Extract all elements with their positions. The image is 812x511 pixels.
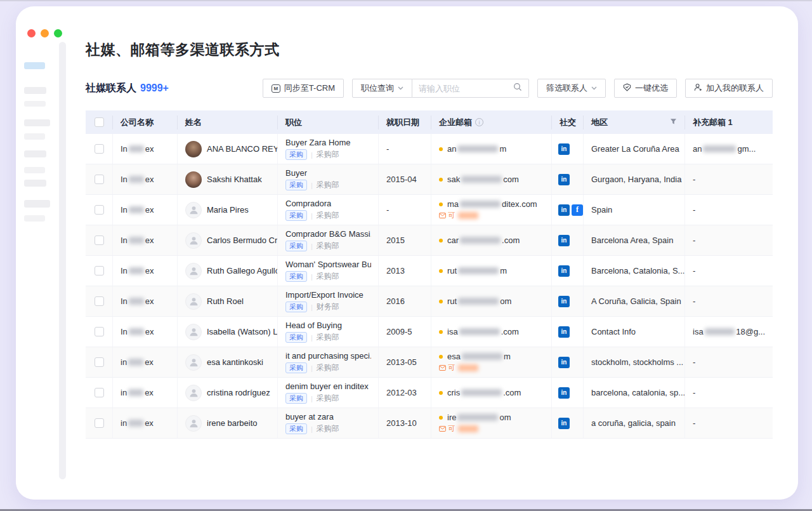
region: Barcelona, Catalonia, S... [584, 256, 685, 286]
search-icon[interactable] [513, 83, 522, 94]
row-checkbox[interactable] [95, 418, 104, 428]
one-key-optimize-button[interactable]: 一键优选 [614, 79, 677, 98]
funnel-icon[interactable] [670, 117, 677, 127]
page-title: 社媒、邮箱等多渠道联系方式 [86, 6, 779, 59]
linkedin-icon[interactable]: in [558, 265, 570, 277]
email-suffix: .com [501, 327, 519, 336]
meta-separator: | [311, 151, 313, 159]
linkedin-icon[interactable]: in [558, 204, 570, 216]
position-cell: Woman' Sportswear Bu... 采购 | 采购部 [278, 256, 379, 286]
extra-email: - [685, 347, 773, 377]
blurred-text [129, 267, 144, 274]
table-row: Inex Ruth Roel Import/Export Invoice 采购 … [86, 286, 773, 317]
position-title: buyer at zara [285, 412, 334, 421]
extra-email: - [685, 164, 773, 194]
start-date: 2009-5 [379, 317, 431, 347]
email-cell: sakcom [431, 164, 552, 194]
contact-name: cristina rodríguez [207, 388, 270, 397]
company-name-prefix: In [121, 144, 128, 154]
table-row: Inex Ruth Gallego Agulló Woman' Sportswe… [86, 256, 773, 286]
contact-name: Carlos Bermudo Cr... [207, 236, 278, 245]
linkedin-icon[interactable]: in [558, 326, 570, 338]
company-cell: Inex [113, 256, 178, 286]
position-cell: Import/Export Invoice 采购 | 财务部 [278, 286, 379, 316]
extra-email: isa18@g... [685, 317, 773, 347]
position-cell: Buyer 采购 | 采购部 [278, 164, 379, 194]
social-cell: in [552, 317, 584, 347]
social-cell: in [552, 286, 584, 316]
company-cell: Inex [113, 195, 178, 225]
company-cell: inex [113, 347, 178, 377]
position-query-dropdown[interactable]: 职位查询 [352, 79, 412, 98]
company-cell: inex [113, 378, 178, 408]
company-name-prefix: in [121, 418, 127, 428]
blurred-text [460, 201, 501, 208]
blurred-text [462, 353, 502, 360]
email-prefix: ire [447, 413, 456, 422]
contacts-table: 公司名称 姓名 职位 就职日期 企业邮箱 i 社交 地区 补充邮箱 1 [86, 110, 773, 439]
email-prefix: isa [447, 327, 458, 336]
screen-top-edge [0, 0, 812, 1]
social-cell: in [552, 225, 584, 255]
email-status-dot [439, 300, 443, 303]
linkedin-icon[interactable]: in [558, 296, 570, 307]
email-status-dot [439, 178, 443, 182]
email-prefix: sak [447, 175, 460, 184]
region: Gurgaon, Haryana, India [584, 164, 685, 194]
position-cell: Head of Buying 采购 | 采购部 [278, 317, 379, 347]
role-badge: 采购 [285, 149, 307, 160]
name-cell: Isabella (Watson) L... [178, 317, 278, 347]
contact-name: irene barbeito [207, 418, 258, 428]
linkedin-icon[interactable]: in [558, 143, 570, 155]
extra-email: - [685, 286, 773, 316]
meta-separator: | [311, 273, 313, 281]
sidebar [16, 6, 60, 500]
email-prefix: an [447, 144, 456, 154]
social-cell: in [552, 347, 584, 377]
row-checkbox[interactable] [95, 357, 104, 367]
row-checkbox[interactable] [95, 144, 104, 154]
avatar [185, 171, 202, 188]
avatar [185, 415, 202, 432]
row-checkbox[interactable] [95, 175, 104, 184]
position-title: Buyer Zara Home [285, 138, 351, 147]
position-query-label: 职位查询 [361, 83, 394, 94]
email-cell: anm [431, 134, 552, 164]
envelope-icon [439, 364, 446, 372]
info-icon[interactable]: i [475, 118, 483, 126]
row-checkbox[interactable] [95, 388, 104, 397]
email-suffix: com [503, 175, 519, 184]
row-checkbox[interactable] [95, 327, 104, 336]
blurred-text [458, 425, 478, 432]
linkedin-icon[interactable]: in [558, 357, 570, 368]
department-label: 财务部 [317, 302, 339, 312]
position-title: denim buyer en inditex [285, 382, 369, 391]
email-prefix: rut [447, 266, 457, 275]
linkedin-icon[interactable]: in [558, 235, 570, 246]
select-all-checkbox[interactable] [95, 117, 104, 127]
row-checkbox[interactable] [95, 236, 104, 245]
company-name-suffix: ex [145, 236, 154, 245]
linkedin-icon[interactable]: in [558, 387, 570, 399]
social-cell: inf [552, 195, 584, 225]
blurred-text [129, 298, 144, 305]
deliverable-tag: 可 [439, 424, 480, 434]
company-cell: Inex [113, 134, 178, 164]
blurred-text [703, 145, 736, 152]
sidebar-skeleton-item [24, 101, 46, 107]
add-to-my-contacts-button[interactable]: 加入我的联系人 [685, 79, 773, 98]
facebook-icon[interactable]: f [572, 204, 583, 216]
position-search-input[interactable] [419, 84, 509, 93]
avatar [185, 293, 202, 310]
email-prefix: cris [447, 388, 460, 397]
sidebar-item-active[interactable] [24, 62, 45, 69]
sync-to-crm-button[interactable]: M 同步至T-CRM [263, 79, 344, 98]
linkedin-icon[interactable]: in [558, 418, 570, 429]
row-checkbox[interactable] [95, 266, 104, 275]
row-checkbox[interactable] [95, 205, 104, 215]
filter-contacts-dropdown[interactable]: 筛选联系人 [537, 79, 606, 98]
email-cell: isa.com [431, 317, 552, 347]
row-checkbox[interactable] [95, 296, 104, 306]
linkedin-icon[interactable]: in [558, 174, 570, 185]
department-label: 采购部 [317, 149, 339, 160]
